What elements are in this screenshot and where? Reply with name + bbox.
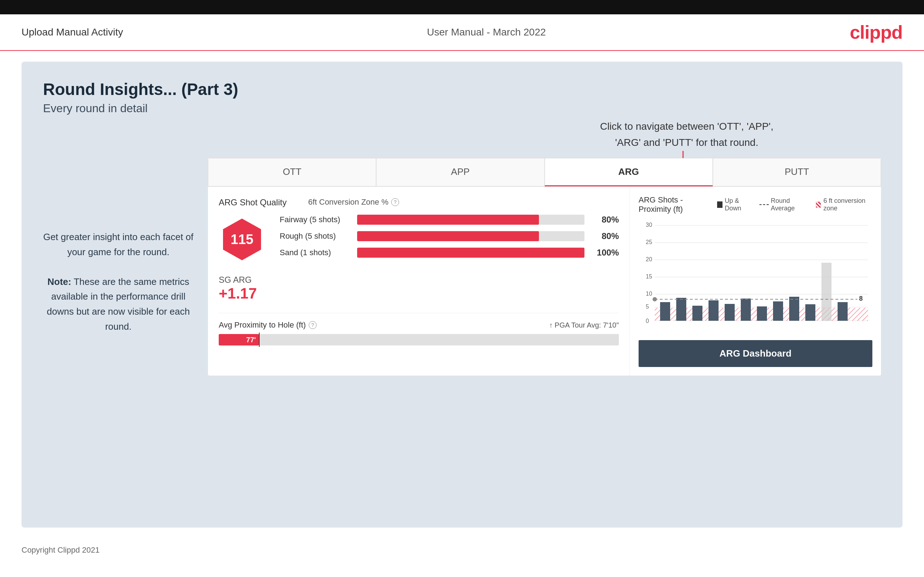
proximity-bar: 77' — [219, 334, 619, 345]
footer: Copyright Clippd 2021 — [0, 538, 924, 562]
shot-row-sand: Sand (1 shots) 100% — [279, 248, 619, 258]
left-panel-text: Get greater insight into each facet of y… — [43, 230, 194, 334]
svg-rect-29 — [805, 304, 815, 321]
content-layout: Get greater insight into each facet of y… — [43, 158, 881, 376]
manual-label: User Manual - March 2022 — [427, 26, 546, 38]
shot-row-rough: Rough (5 shots) 80% — [279, 231, 619, 241]
arg-chart: 30 25 20 15 10 5 0 — [638, 220, 875, 327]
legend-round-avg: Round Average — [759, 197, 808, 212]
chart-title: ARG Shots - Proximity (ft) — [638, 195, 717, 214]
svg-text:25: 25 — [646, 239, 652, 245]
proximity-title: Avg Proximity to Hole (ft) ? — [219, 321, 317, 330]
svg-rect-26 — [757, 306, 767, 321]
main-content: Round Insights... (Part 3) Every round i… — [21, 62, 903, 527]
left-panel: Get greater insight into each facet of y… — [43, 158, 194, 376]
shot-quality-list: Fairway (5 shots) 80% Rough (5 shots) — [279, 215, 619, 264]
top-bar — [0, 0, 924, 15]
sg-value: +1.17 — [219, 285, 619, 302]
svg-rect-24 — [725, 304, 735, 321]
card-left: ARG Shot Quality 6ft Conversion Zone % ? — [208, 187, 630, 376]
svg-text:30: 30 — [646, 222, 652, 228]
svg-rect-28 — [789, 297, 799, 321]
copyright-label: Copyright Clippd 2021 — [21, 545, 100, 554]
proximity-section: Avg Proximity to Hole (ft) ? ↑ PGA Tour … — [219, 313, 619, 345]
hexagon-score: 115 — [219, 216, 265, 263]
svg-rect-30 — [821, 263, 832, 321]
page-title: Round Insights... (Part 3) — [43, 79, 881, 99]
svg-text:10: 10 — [646, 291, 652, 297]
svg-rect-25 — [741, 298, 751, 321]
proximity-header: Avg Proximity to Hole (ft) ? ↑ PGA Tour … — [219, 321, 619, 330]
tab-putt[interactable]: PUTT — [713, 158, 881, 186]
note-label: Note: — [47, 276, 71, 287]
main-card: OTT APP ARG PUTT ARG Shot Quality 6ft Co… — [208, 158, 881, 376]
rough-label: Rough (5 shots) — [279, 232, 351, 241]
legend-up-down-label: Up & Down — [725, 197, 752, 212]
arg-dashboard-button[interactable]: ARG Dashboard — [638, 340, 872, 367]
clippd-logo: clippd — [850, 21, 903, 43]
conversion-zone-label: 6ft Conversion Zone % — [308, 197, 388, 207]
svg-rect-22 — [692, 306, 703, 321]
header: Upload Manual Activity User Manual - Mar… — [0, 15, 924, 51]
tab-app[interactable]: APP — [376, 158, 544, 186]
tab-ott[interactable]: OTT — [208, 158, 376, 186]
svg-rect-31 — [838, 302, 848, 321]
sand-label: Sand (1 shots) — [279, 248, 351, 257]
svg-text:15: 15 — [646, 274, 652, 280]
svg-text:20: 20 — [646, 256, 652, 262]
svg-rect-20 — [660, 302, 670, 321]
fairway-label: Fairway (5 shots) — [279, 215, 351, 224]
card-right: ARG Shots - Proximity (ft) Up & Down Rou… — [630, 187, 881, 376]
tab-arg[interactable]: ARG — [544, 158, 713, 186]
legend-dashed-icon — [759, 204, 768, 205]
help-icon[interactable]: ? — [391, 198, 399, 206]
svg-point-33 — [653, 297, 657, 301]
svg-text:8: 8 — [859, 295, 863, 302]
svg-rect-21 — [676, 298, 686, 321]
legend-square-icon — [717, 201, 722, 208]
legend-conversion-label: 6 ft conversion zone — [823, 197, 872, 212]
shot-row-fairway: Fairway (5 shots) 80% — [279, 215, 619, 225]
proximity-help-icon[interactable]: ? — [309, 321, 317, 329]
sand-pct: 100% — [590, 248, 619, 258]
proximity-bar-fill: 77' — [219, 334, 259, 345]
nav-annotation: Click to navigate between 'OTT', 'APP', … — [600, 119, 774, 151]
legend-conversion-zone: 6 ft conversion zone — [816, 197, 872, 212]
sand-bar — [357, 248, 585, 258]
svg-text:0: 0 — [646, 318, 649, 324]
fairway-pct: 80% — [590, 215, 619, 225]
proximity-cursor — [259, 333, 260, 347]
legend-hatched-icon — [816, 201, 821, 208]
rough-pct: 80% — [590, 231, 619, 241]
chart-legend: Up & Down Round Average 6 ft conversion … — [717, 197, 872, 212]
upload-label[interactable]: Upload Manual Activity — [21, 26, 123, 38]
proximity-value: 77' — [246, 336, 256, 344]
legend-round-avg-label: Round Average — [771, 197, 809, 212]
hex-score-area: 115 Fairway (5 shots) 80% — [219, 215, 619, 264]
tabs: OTT APP ARG PUTT — [208, 158, 881, 187]
svg-rect-27 — [773, 301, 783, 321]
page-subtitle: Every round in detail — [43, 102, 881, 115]
card-body: ARG Shot Quality 6ft Conversion Zone % ? — [208, 187, 881, 376]
chart-area: 30 25 20 15 10 5 0 — [638, 220, 872, 334]
svg-rect-23 — [709, 300, 719, 321]
chart-header: ARG Shots - Proximity (ft) Up & Down Rou… — [638, 195, 872, 214]
fairway-bar — [357, 215, 585, 225]
sg-area: SG ARG +1.17 — [219, 275, 619, 302]
arg-shot-quality-label: ARG Shot Quality — [219, 197, 286, 208]
svg-text:5: 5 — [646, 303, 649, 309]
pga-avg: ↑ PGA Tour Avg: 7'10" — [549, 321, 619, 329]
legend-up-down: Up & Down — [717, 197, 752, 212]
sg-label: SG ARG — [219, 275, 619, 285]
hex-value: 115 — [231, 232, 253, 247]
rough-bar — [357, 231, 585, 241]
